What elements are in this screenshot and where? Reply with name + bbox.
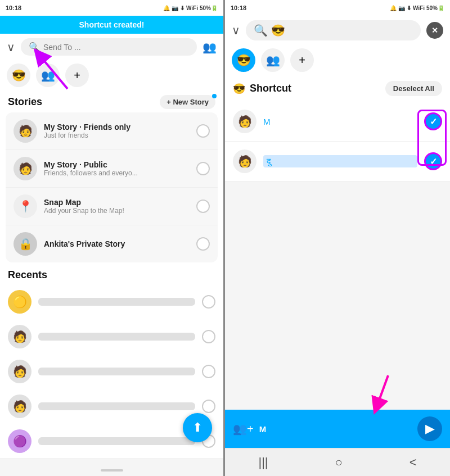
recent-avatar-3: 🧑 [8, 360, 32, 383]
story-item-snap-map[interactable]: 📍 Snap Map Add your Snap to the Map! [6, 188, 218, 225]
story-radio-my-friends[interactable] [196, 124, 210, 138]
recent-radio-4[interactable] [202, 400, 215, 413]
story-radio-snap-map[interactable] [196, 200, 210, 213]
time-right: 10:18 [231, 4, 246, 11]
story-info-public: My Story · Public Friends, followers and… [44, 160, 190, 177]
circle-nav-btn[interactable]: ○ [335, 455, 342, 470]
recent-item-3[interactable]: 🧑 [0, 354, 223, 389]
shortcut-label: Shortcut [250, 83, 291, 94]
search-icon-left: 🔍 [29, 42, 40, 52]
notification-bar: Shortcut created! [0, 16, 223, 34]
back-button-left[interactable]: ∨ [7, 40, 15, 54]
story-sub-snap-map: Add your Snap to the Map! [44, 207, 190, 215]
story-title-my-friends: My Story · Friends only [44, 123, 190, 132]
svg-line-3 [377, 375, 388, 406]
status-icons-left: 🔔 📷 ⬇ WiFi 50%🔋 [163, 5, 218, 11]
recent-name-blur-2 [38, 333, 195, 341]
contact-list: 🧑 M ✓ 🧑 दु ✓ [225, 102, 450, 182]
story-title-private: Ankita's Private Story [44, 239, 190, 248]
contact-avatar-du: 🧑 [233, 149, 256, 173]
status-icons-right: 🔔 📷 ⬇ WiFi 50%🔋 [390, 5, 444, 11]
bottom-nav-right: ||| ○ < [225, 448, 450, 476]
back-nav-btn[interactable]: < [410, 455, 417, 470]
right-arrow-svg [343, 370, 399, 415]
story-info-my-friends: My Story · Friends only Just for friends [44, 123, 190, 139]
search-bar-right: ∨ 🔍 😎 ✕ [225, 16, 450, 45]
recent-avatar-5: 🟣 [8, 429, 32, 453]
recent-name-blur-4 [38, 402, 195, 410]
story-item-public[interactable]: 🧑 My Story · Public Friends, followers a… [6, 150, 218, 188]
recent-avatar-1: 🟡 [8, 290, 32, 314]
send-button[interactable]: ▶ [417, 416, 442, 441]
shortcut-emoji: 😎 [233, 83, 245, 95]
story-item-private[interactable]: 🔒 Ankita's Private Story [6, 225, 218, 262]
search-container-right[interactable]: 🔍 😎 [246, 20, 421, 40]
new-story-dot [212, 94, 217, 98]
people-icon-left[interactable]: 👥 [202, 40, 217, 54]
recent-item-2[interactable]: 🧑 [0, 319, 223, 354]
recents-header: Recents [0, 262, 223, 284]
story-item-my-friends[interactable]: 🧑 My Story · Friends only Just for frien… [6, 112, 218, 150]
recent-radio-2[interactable] [202, 330, 215, 343]
stories-title: Stories [8, 96, 42, 108]
notification-text: Shortcut created! [79, 20, 145, 29]
story-sub-public: Friends, followers and everyo... [44, 169, 190, 177]
share-fab-button[interactable]: ⬆ [183, 413, 212, 442]
search-icon-right: 🔍 [254, 24, 268, 37]
contact-name-M: M [263, 117, 417, 126]
search-container-left[interactable]: 🔍 [21, 38, 197, 56]
recent-name-blur-1 [38, 298, 195, 306]
left-panel: 10:18 🔔 📷 ⬇ WiFi 50%🔋 Shortcut created! … [0, 0, 225, 476]
close-button-right[interactable]: ✕ [426, 22, 443, 39]
story-radio-public[interactable] [196, 162, 210, 175]
search-bar-left: ∨ 🔍 👥 [0, 34, 223, 60]
story-avatar-public: 🧑 [14, 157, 37, 180]
shortcut-title: 😎 Shortcut [233, 83, 291, 95]
new-story-label: + New Story [166, 98, 209, 106]
stories-section-header: Stories + New Story [0, 90, 223, 112]
contact-item-M[interactable]: 🧑 M ✓ [225, 102, 450, 142]
recent-radio-1[interactable] [202, 295, 215, 309]
sunglasses-btn-right[interactable]: 😎 [232, 48, 255, 72]
recent-avatar-4: 🧑 [8, 395, 32, 418]
status-bar-right: 10:18 🔔 📷 ⬇ WiFi 50%🔋 [225, 0, 450, 16]
shortcut-header: 😎 Shortcut Deselect All [225, 75, 450, 102]
deselect-all-button[interactable]: Deselect All [385, 81, 442, 96]
story-radio-private[interactable] [196, 237, 210, 251]
story-avatar-private: 🔒 [14, 232, 37, 256]
nav-indicator-left [101, 469, 123, 472]
recent-radio-3[interactable] [202, 365, 215, 378]
search-input-left[interactable] [43, 43, 189, 52]
story-list: 🧑 My Story · Friends only Just for frien… [6, 112, 218, 262]
back-button-right[interactable]: ∨ [232, 24, 240, 37]
time-left: 10:18 [6, 4, 21, 11]
check-circle-du[interactable]: ✓ [424, 152, 442, 170]
add-btn-right[interactable]: + [290, 48, 314, 72]
status-bar-left: 10:18 🔔 📷 ⬇ WiFi 50%🔋 [0, 0, 223, 16]
home-nav-btn[interactable]: ||| [258, 455, 268, 470]
recent-item-1[interactable]: 🟡 [0, 284, 223, 319]
story-info-private: Ankita's Private Story [44, 239, 190, 248]
send-bar: 👥+ M ▶ [225, 410, 450, 448]
story-avatar-snap-map: 📍 [14, 194, 37, 218]
icon-row-right: 😎 👥 + [225, 45, 450, 75]
contact-item-du[interactable]: 🧑 दु ✓ [225, 142, 450, 182]
right-panel: 10:18 🔔 📷 ⬇ WiFi 50%🔋 ∨ 🔍 😎 ✕ 😎 👥 + [225, 0, 450, 476]
check-circle-M[interactable]: ✓ [424, 112, 442, 130]
sunglasses-search-emoji: 😎 [271, 24, 285, 37]
add-people-icon[interactable]: 👥+ [233, 422, 254, 436]
recent-avatar-2: 🧑 [8, 325, 32, 348]
recent-name-blur-3 [38, 368, 195, 375]
bottom-nav-left [0, 459, 223, 476]
sunglasses-icon-btn-left[interactable]: 😎 [7, 64, 30, 87]
people-group-btn-left[interactable]: 👥 [36, 64, 60, 87]
add-btn-left[interactable]: + [65, 64, 89, 87]
recent-name-blur-5 [38, 437, 195, 445]
story-sub-my-friends: Just for friends [44, 132, 190, 139]
contact-avatar-M: 🧑 [233, 110, 256, 133]
people-btn-right[interactable]: 👥 [261, 48, 285, 72]
story-title-snap-map: Snap Map [44, 198, 190, 207]
recipient-name: M [259, 424, 412, 434]
icon-row-left: 😎 👥 + [0, 60, 223, 90]
new-story-button[interactable]: + New Story [160, 95, 215, 109]
